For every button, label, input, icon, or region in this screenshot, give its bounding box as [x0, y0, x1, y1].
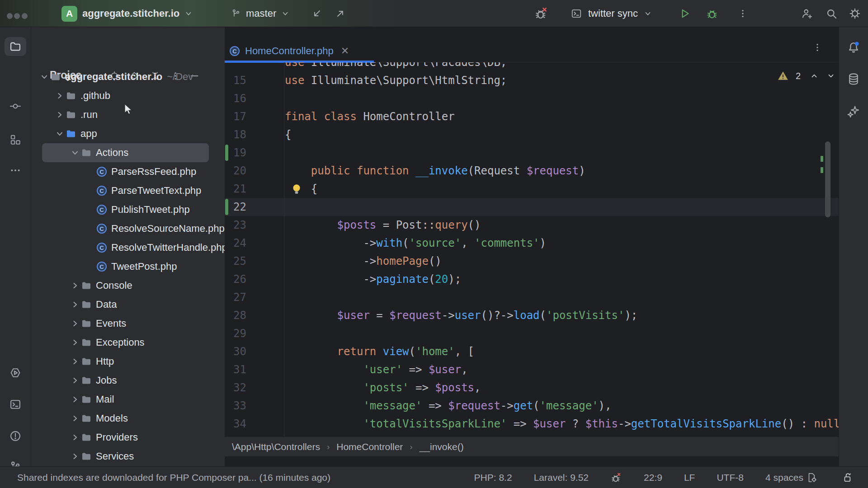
run-button[interactable]: [677, 6, 693, 21]
tree-item-models[interactable]: Models: [31, 409, 225, 428]
settings-gear-icon[interactable]: [847, 6, 863, 21]
tool-commit-button[interactable]: [5, 97, 26, 116]
tree-item-mail[interactable]: Mail: [31, 390, 225, 409]
laravel-version[interactable]: Laravel: 9.52: [534, 472, 589, 483]
tool-project-button[interactable]: [5, 37, 26, 56]
line-number[interactable]: 33: [225, 397, 284, 415]
branch-widget[interactable]: master: [231, 0, 289, 27]
chevron-right-icon[interactable]: [69, 318, 81, 329]
breadcrumb-item[interactable]: HomeController: [336, 441, 403, 452]
stop-debug-listener-button[interactable]: [533, 6, 549, 21]
line-number[interactable]: 18: [225, 126, 284, 144]
line-number[interactable]: 17: [225, 108, 284, 126]
breadcrumb-item[interactable]: __invoke(): [420, 441, 464, 452]
tree-item-services[interactable]: Services: [31, 447, 225, 466]
intention-lightbulb-icon[interactable]: [291, 183, 302, 195]
window-zoom-button[interactable]: [22, 13, 28, 19]
tree-item-http[interactable]: Http: [31, 352, 225, 371]
tree-item-aggregate-stitcher-io[interactable]: aggregate.stitcher.io~/Dev: [31, 67, 225, 86]
tree-item-parserssfeed-php[interactable]: ParseRssFeed.php: [31, 162, 225, 181]
line-number[interactable]: 31: [225, 361, 284, 379]
next-problem-icon[interactable]: [826, 71, 836, 81]
indent-config-icon[interactable]: [806, 472, 818, 483]
chevron-right-icon[interactable]: [69, 280, 81, 291]
line-number[interactable]: 29: [225, 324, 284, 343]
line-number[interactable]: 27: [225, 288, 284, 306]
line-number[interactable]: 28: [225, 306, 284, 324]
chevron-right-icon[interactable]: [54, 90, 66, 102]
line-number[interactable]: 34: [225, 415, 284, 433]
chevron-right-icon[interactable]: [69, 450, 81, 462]
php-version[interactable]: PHP: 8.2: [474, 472, 512, 483]
line-number[interactable]: 24: [225, 234, 284, 252]
line-number[interactable]: 20: [225, 162, 284, 180]
line-number[interactable]: 19: [225, 144, 284, 162]
tool-problems-button[interactable]: [5, 427, 26, 446]
search-everywhere-icon[interactable]: [824, 6, 839, 21]
tree-item-parsetweettext-php[interactable]: ParseTweetText.php: [31, 181, 225, 200]
tab-close-icon[interactable]: ✕: [341, 45, 349, 57]
project-widget[interactable]: A aggregate.stitcher.io: [61, 0, 193, 27]
line-number[interactable]: 25: [225, 252, 284, 270]
line-number[interactable]: 32: [225, 379, 284, 397]
tree-item-console[interactable]: Console: [31, 276, 225, 295]
window-close-button[interactable]: [7, 13, 13, 19]
tree-item-github[interactable]: .github: [31, 86, 225, 105]
tree-item-actions[interactable]: Actions: [42, 143, 209, 162]
chevron-right-icon[interactable]: [69, 413, 81, 424]
caret-position[interactable]: 22:9: [644, 472, 662, 483]
tree-item-events[interactable]: Events: [31, 314, 225, 333]
editor-scrollbar[interactable]: [825, 141, 830, 217]
tree-item-jobs[interactable]: Jobs: [31, 371, 225, 390]
tool-terminal-button[interactable]: [5, 395, 26, 414]
more-tool-windows-icon[interactable]: [5, 161, 26, 180]
chevron-right-icon[interactable]: [54, 109, 66, 121]
tree-item-resolvesourcename-php[interactable]: ResolveSourceName.php: [31, 219, 225, 238]
line-number[interactable]: 23: [225, 216, 284, 234]
tree-item-tweetpost-php[interactable]: TweetPost.php: [31, 257, 225, 276]
tool-services-button[interactable]: [5, 363, 26, 382]
line-number[interactable]: 15: [225, 71, 284, 89]
tool-ai-assistant-button[interactable]: [846, 104, 861, 118]
prev-problem-icon[interactable]: [809, 71, 819, 81]
debug-listener-icon[interactable]: [610, 472, 622, 483]
inspections-widget[interactable]: 2: [777, 69, 836, 83]
chevron-right-icon[interactable]: [69, 375, 81, 386]
tree-item-providers[interactable]: Providers: [31, 428, 225, 447]
tool-structure-button[interactable]: [5, 130, 26, 149]
breadcrumb-item[interactable]: \App\Http\Controllers: [232, 441, 320, 452]
push-commits-icon[interactable]: [333, 6, 348, 21]
tool-database-button[interactable]: [846, 72, 861, 86]
code-with-me-icon[interactable]: [799, 6, 815, 21]
chevron-right-icon[interactable]: [69, 299, 81, 310]
chevron-down-icon[interactable]: [69, 147, 81, 159]
line-number[interactable]: 16: [225, 89, 284, 108]
file-writable-icon[interactable]: [842, 472, 854, 483]
window-minimize-button[interactable]: [14, 13, 20, 19]
notifications-bell-icon[interactable]: [846, 40, 861, 55]
line-number[interactable]: 30: [225, 343, 284, 361]
chevron-down-icon[interactable]: [54, 128, 66, 140]
file-encoding[interactable]: UTF-8: [717, 472, 744, 483]
line-separator[interactable]: LF: [684, 472, 695, 483]
debug-button[interactable]: [704, 6, 720, 21]
update-project-icon[interactable]: [309, 6, 325, 21]
line-number[interactable]: 21: [225, 180, 284, 198]
tree-item-resolvetwitterhandle-php[interactable]: ResolveTwitterHandle.php: [31, 238, 225, 257]
more-actions-icon[interactable]: [735, 6, 750, 21]
tree-item-publishtweet-php[interactable]: PublishTweet.php: [31, 200, 225, 219]
editor-area[interactable]: HomeController.php ✕ 1516171819202122232…: [225, 27, 839, 466]
tree-item-exceptions[interactable]: Exceptions: [31, 333, 225, 352]
run-configuration-widget[interactable]: twitter sync: [571, 0, 652, 27]
code-editor[interactable]: 1516171819202122232425262728293031323334…: [225, 62, 839, 437]
chevron-right-icon[interactable]: [69, 356, 81, 367]
line-number[interactable]: 22: [225, 198, 284, 216]
tree-item-data[interactable]: Data: [31, 295, 225, 314]
indent-size[interactable]: 4 spaces: [765, 472, 803, 483]
chevron-right-icon[interactable]: [69, 337, 81, 348]
tree-item-app[interactable]: app: [31, 124, 225, 143]
tab-options-icon[interactable]: [812, 42, 822, 52]
line-number[interactable]: 26: [225, 270, 284, 288]
chevron-right-icon[interactable]: [69, 432, 81, 443]
chevron-down-icon[interactable]: [38, 71, 50, 83]
